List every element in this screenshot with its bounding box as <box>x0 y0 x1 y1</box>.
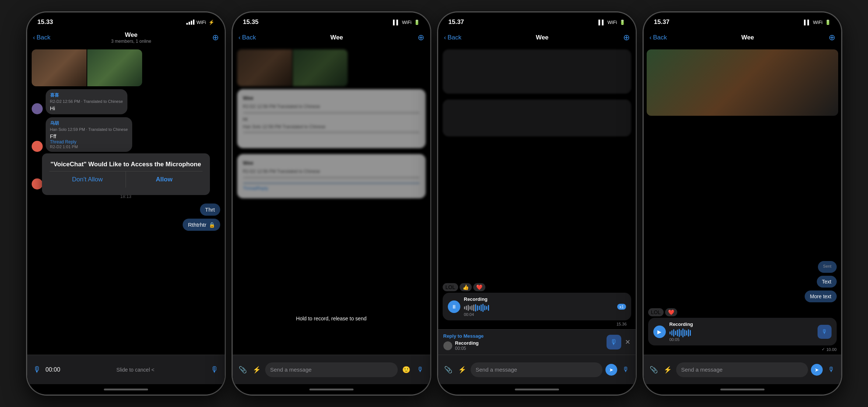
back-button-4[interactable]: ‹ Back <box>650 34 667 41</box>
recording-info-3: Recording <box>464 296 614 317</box>
message-input-2[interactable]: Send a message <box>265 362 398 377</box>
reactions-4: LOL ❤️ <box>648 308 837 316</box>
nav-title-4: Wee <box>667 34 829 41</box>
play-button-4[interactable]: ▶ <box>653 326 666 338</box>
home-bar-4 <box>720 389 765 390</box>
home-indicator-4 <box>644 384 841 394</box>
msg-bubble-1: 喜喜 R2-D2 12:56 PM · Translated to Chines… <box>46 89 127 114</box>
home-indicator-3 <box>438 384 636 394</box>
mic-icon-left[interactable]: 🎙 <box>33 365 41 375</box>
blurred-msg-3a <box>443 49 631 94</box>
message-input-3[interactable]: Send a message <box>471 362 602 377</box>
message-placeholder-3: Send a message <box>476 366 517 373</box>
food-image-2 <box>87 49 142 86</box>
food-image-1 <box>32 49 87 86</box>
battery-icon-3: 🔋 <box>619 20 625 25</box>
attach-icon-3[interactable]: 📎 <box>443 364 454 375</box>
reply-avatar-3 <box>443 341 452 350</box>
avatar-乌胡-2 <box>32 178 43 189</box>
heart-reaction-4: ❤️ <box>665 308 677 316</box>
status-time-3: 15.37 <box>449 18 464 26</box>
blurred-msg-3b <box>443 100 631 136</box>
signal-bars <box>186 20 194 25</box>
slide-to-cancel: Slide to cancel < <box>65 367 206 373</box>
blurred-msg-group-1: Wee R2-D2 12:56 PM Translated to Chinese… <box>237 89 426 148</box>
status-icons-3: ▌▌ WiFi 🔋 <box>598 20 625 25</box>
msg-bubble-2: 乌胡 Han Solo 12:59 PM · Translated to Chi… <box>46 117 133 152</box>
back-button-2[interactable]: ‹ Back <box>239 34 256 41</box>
wifi-icon: WiFi <box>197 20 206 25</box>
status-icons-1: WiFi ⚡ <box>186 20 214 25</box>
send-button-4[interactable]: ➤ <box>811 364 823 376</box>
msg-time-4: ✓ 10.00 <box>648 347 837 352</box>
bottom-bar-3: 📎 ⚡ Send a message ➤ 🎙 <box>438 355 636 384</box>
nav-title-2: Wee <box>256 34 418 41</box>
phone-2: 15.35 ▌▌ WiFi 🔋 ‹ Back Wee ⊕ <box>232 12 431 395</box>
bar2 <box>189 22 190 25</box>
back-button-1[interactable]: ‹ Back <box>33 34 50 41</box>
nav-title-1: Wee 3 members, 1 online <box>50 31 212 44</box>
nav-title-3: Wee <box>461 34 623 41</box>
voice-message-icon-3: 🎙 <box>607 335 621 349</box>
lol-reaction-4: LOL <box>648 308 664 316</box>
waveform-4 <box>670 328 814 337</box>
dont-allow-button[interactable]: Don't Allow <box>49 171 126 188</box>
allow-button[interactable]: Allow <box>126 171 203 188</box>
recording-player-3: ⏸ Recording <box>443 293 631 320</box>
attach-icon-4[interactable]: 📎 <box>648 364 659 375</box>
mic-icon-2[interactable]: 🎙 <box>415 364 426 375</box>
msg-time-3: 15.36 <box>443 322 631 326</box>
message-input-4[interactable]: Send a message <box>676 362 808 377</box>
food-image-2a <box>237 49 292 86</box>
message-placeholder-4: Send a message <box>681 366 723 373</box>
bottom-bar-2: 📎 ⚡ Send a message 🙂 🎙 <box>233 355 430 384</box>
chevron-left-icon-3: ‹ <box>444 34 446 41</box>
reply-content-3: Reply to Message Recording 00:05 <box>443 333 603 351</box>
avatar-乌胡 <box>32 141 43 152</box>
recording-section-4: LOL ❤️ ▶ Recording <box>644 305 841 355</box>
mic-permission-dialog: "VoiceChat" Would Like to Access the Mic… <box>42 153 210 195</box>
battery-icon-2: 🔋 <box>414 20 420 25</box>
lol-reaction: LOL <box>443 283 458 291</box>
send-button-3[interactable]: ➤ <box>605 364 617 376</box>
home-indicator-1 <box>27 384 225 394</box>
home-bar <box>104 389 148 390</box>
signal-icon-3: ▌▌ <box>598 20 605 25</box>
phone-4: 15.37 ▌▌ WiFi 🔋 ‹ Back Wee ⊕ <box>643 12 842 395</box>
close-reply-button-3[interactable]: ✕ <box>625 338 630 346</box>
nav-action-1[interactable]: ⊕ <box>212 33 219 42</box>
status-bar-2: 15.35 ▌▌ WiFi 🔋 <box>233 13 430 29</box>
back-button-3[interactable]: ‹ Back <box>444 34 461 41</box>
chat-area-1: 喜喜 R2-D2 12:56 PM · Translated to Chines… <box>27 46 225 355</box>
chat-area-2: Wee R2-D2 12:56 PM Translated to Chinese… <box>233 46 430 355</box>
nav-action-2[interactable]: ⊕ <box>418 33 424 42</box>
chat-area-3 <box>438 46 636 280</box>
status-icons-4: ▌▌ WiFi 🔋 <box>804 20 830 25</box>
bolt-icon-3[interactable]: ⚡ <box>457 364 468 375</box>
status-time-2: 15.35 <box>243 18 259 26</box>
bolt-icon-2[interactable]: ⚡ <box>251 364 262 375</box>
phone-3: 15.37 ▌▌ WiFi 🔋 ‹ Back Wee ⊕ <box>437 12 636 395</box>
bolt-icon-4[interactable]: ⚡ <box>662 364 673 375</box>
reply-panel-3: Reply to Message Recording 00:05 🎙 ✕ <box>438 329 636 355</box>
signal-icon-4: ▌▌ <box>804 20 811 25</box>
home-bar-2 <box>309 389 354 390</box>
attach-icon-2[interactable]: 📎 <box>237 364 248 375</box>
emoji-icon-2[interactable]: 🙂 <box>401 364 412 375</box>
mic-icon-3[interactable]: 🎙 <box>620 364 631 375</box>
msg-row-1: 喜喜 R2-D2 12:56 PM · Translated to Chines… <box>32 89 220 114</box>
pause-button-3[interactable]: ⏸ <box>448 300 460 313</box>
msg-row-2: 乌胡 Han Solo 12:59 PM · Translated to Chi… <box>32 117 220 152</box>
speed-badge-3[interactable]: x1 <box>617 304 626 310</box>
chevron-left-icon-2: ‹ <box>239 34 241 41</box>
nav-bar-4: ‹ Back Wee ⊕ <box>644 29 841 46</box>
nav-action-3[interactable]: ⊕ <box>623 33 630 42</box>
bar1 <box>186 23 188 25</box>
mic-icon-right[interactable]: 🎙 <box>211 365 219 375</box>
nav-action-4[interactable]: ⊕ <box>829 33 835 42</box>
recording-section-3: LOL 👍 ❤️ ⏸ Recording <box>438 280 636 329</box>
status-icons-2: ▌▌ WiFi 🔋 <box>393 20 419 25</box>
rec-timer: 00:00 <box>46 366 60 373</box>
phone-1: 15.33 WiFi ⚡ ‹ Back <box>27 12 225 395</box>
mic-icon-4[interactable]: 🎙 <box>826 364 837 375</box>
